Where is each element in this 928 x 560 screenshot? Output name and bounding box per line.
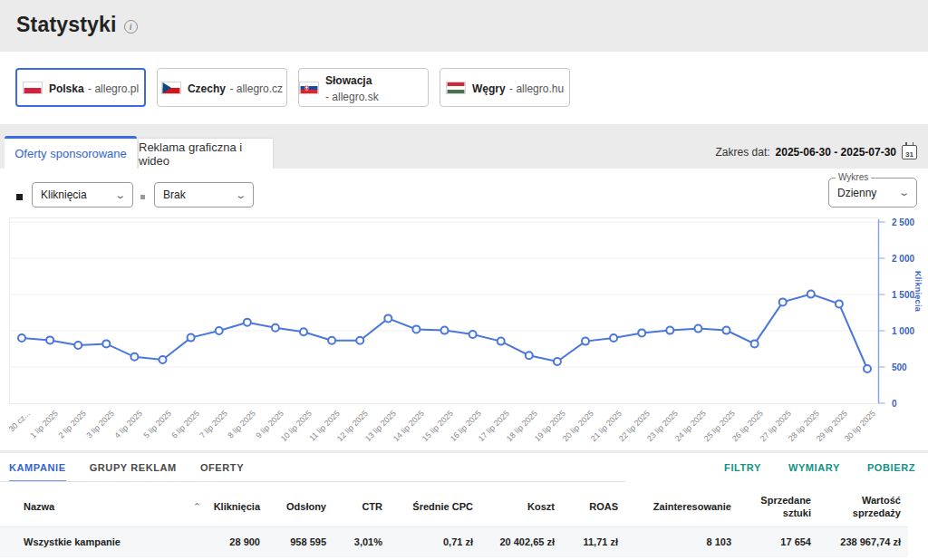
chevron-down-icon: ⌄ xyxy=(114,189,126,201)
table-cell: 958 595 xyxy=(260,536,326,549)
chart-panel: Kliknięcia ⌄ Brak ⌄ Wykres Dzienny ⌄ Kli… xyxy=(0,169,928,450)
y-tick-label: 0 xyxy=(892,399,897,409)
column-header-7[interactable]: ROAS xyxy=(555,501,618,514)
table-row[interactable]: Wszystkie kampanie28 900958 5953,01%0,71… xyxy=(0,526,908,557)
flag-hu-icon xyxy=(446,82,466,94)
date-range: Zakres dat: 2025-06-30 - 2025-07-30 31 xyxy=(716,136,917,169)
x-tick-label: 8 lip 2025 xyxy=(226,409,257,440)
metric1-swatch-icon xyxy=(16,194,23,200)
column-header-4[interactable]: CTR xyxy=(326,501,382,514)
flag-sk-icon xyxy=(299,82,319,94)
column-header-2[interactable]: Kliknięcia xyxy=(208,501,260,514)
flag-pl-icon xyxy=(23,82,43,94)
table-cell: 28 900 xyxy=(208,536,260,549)
page-title: Statystyki xyxy=(16,13,117,37)
table-cell: 11,71 zł xyxy=(555,536,618,549)
y-tick-label: 500 xyxy=(892,362,907,372)
flag-cz-icon xyxy=(161,82,181,94)
metric2-value: Brak xyxy=(163,188,186,201)
x-tick-label: 1 lip 2025 xyxy=(28,409,60,440)
bottom-tab-oferty[interactable]: OFERTY xyxy=(200,462,244,482)
page-header: Statystyki i xyxy=(16,13,138,37)
table-cell: 238 967,74 zł xyxy=(811,536,901,549)
x-tick-label: 30 cz... xyxy=(6,409,32,434)
country-domain: - allegro.sk xyxy=(325,91,379,103)
info-icon[interactable]: i xyxy=(124,20,138,34)
y-tick-label: 1 500 xyxy=(892,290,914,300)
table-header: Nazwa⌃KliknięciaOdsłonyCTRŚrednie CPCKos… xyxy=(0,491,908,524)
country-button-pl[interactable]: Polska - allegro.pl xyxy=(15,68,146,107)
x-tick-label: 2 lip 2025 xyxy=(57,409,89,440)
country-domain: - allegro.cz xyxy=(229,82,283,95)
bottom-tab-grupy-reklam[interactable]: GRUPY REKLAM xyxy=(90,462,177,482)
column-header-10[interactable]: Wartość sprzedaży xyxy=(811,495,901,520)
table-cell: 17 654 xyxy=(731,536,811,549)
x-tick-label: 5 lip 2025 xyxy=(141,409,173,440)
chevron-down-icon: ⌄ xyxy=(235,189,246,201)
date-range-label: Zakres dat: xyxy=(716,146,770,159)
tabs-divider xyxy=(0,481,625,482)
statistics-page: Statystyki i Polska - allegro.plCzechy -… xyxy=(0,0,928,560)
column-header-1[interactable]: Nazwa⌃ xyxy=(0,501,208,514)
chart-type-dropdown[interactable]: Wykres Dzienny ⌄ xyxy=(828,178,917,208)
y-tick-label: 2 500 xyxy=(892,217,914,227)
country-panel: Polska - allegro.plCzechy - allegro.czSł… xyxy=(0,52,928,124)
action-link-wymiary[interactable]: WYMIARY xyxy=(788,462,840,473)
column-header-8[interactable]: Zainteresowanie xyxy=(618,501,731,514)
metric1-value: Kliknięcia xyxy=(41,188,87,201)
y-axis-title: Kliknięcia xyxy=(914,271,923,312)
chart-type-value: Dzienny xyxy=(837,187,876,199)
metric2-dropdown[interactable]: Brak ⌄ xyxy=(154,182,254,208)
country-button-sk[interactable]: Słowacja - allegro.sk xyxy=(298,68,429,107)
results-tabs: KAMPANIEGRUPY REKLAMOFERTY xyxy=(9,462,244,482)
y-tick-label: 2 000 xyxy=(892,254,914,264)
calendar-icon[interactable]: 31 xyxy=(902,145,917,159)
table-cell: 3,01% xyxy=(326,536,382,549)
chevron-down-icon: ⌄ xyxy=(898,187,910,198)
table-cell: 0,71 zł xyxy=(382,536,473,549)
column-header-5[interactable]: Średnie CPC xyxy=(382,501,473,514)
results-actions: FILTRYWYMIARYPOBIERZ xyxy=(724,462,915,473)
country-selector: Polska - allegro.plCzechy - allegro.czSł… xyxy=(15,68,570,107)
x-tick-label: 4 lip 2025 xyxy=(113,409,145,440)
metric1-dropdown[interactable]: Kliknięcia ⌄ xyxy=(32,182,133,208)
x-tick-label: 6 lip 2025 xyxy=(169,409,201,440)
country-button-hu[interactable]: Węgry - allegro.hu xyxy=(440,68,570,107)
bottom-tab-kampanie[interactable]: KAMPANIE xyxy=(9,462,66,482)
column-header-6[interactable]: Koszt xyxy=(473,501,555,514)
table-cell: Wszystkie kampanie xyxy=(0,536,208,549)
tab-display-video[interactable]: Reklama graficzna i wideo xyxy=(139,139,273,169)
country-name: Węgry xyxy=(472,82,506,95)
sort-asc-icon[interactable]: ⌃ xyxy=(193,501,201,514)
country-button-cz[interactable]: Czechy - allegro.cz xyxy=(157,68,287,107)
metric2-swatch-icon xyxy=(140,195,145,199)
country-domain: - allegro.pl xyxy=(88,82,139,95)
action-link-filtry[interactable]: FILTRY xyxy=(724,462,761,473)
x-tick-label: 3 lip 2025 xyxy=(85,409,117,440)
country-name: Czechy xyxy=(188,82,226,95)
y-tick-label: 1 000 xyxy=(892,326,914,336)
results-panel: KAMPANIEGRUPY REKLAMOFERTY FILTRYWYMIARY… xyxy=(0,453,928,560)
report-tabbar: Oferty sponsorowane Reklama graficzna i … xyxy=(0,136,928,169)
action-link-pobierz[interactable]: POBIERZ xyxy=(867,462,915,473)
table-cell: 8 103 xyxy=(618,536,731,549)
column-header-9[interactable]: Sprzedane sztuki xyxy=(731,495,811,520)
country-name: Polska xyxy=(49,82,84,95)
table-cell: 20 402,65 zł xyxy=(473,536,555,549)
x-tick-label: 7 lip 2025 xyxy=(198,409,229,440)
tab-sponsored-offers[interactable]: Oferty sponsorowane xyxy=(5,136,137,169)
date-range-value: 2025-06-30 - 2025-07-30 xyxy=(776,146,896,159)
line-chart xyxy=(9,217,893,409)
line-chart-svg xyxy=(9,217,893,405)
column-header-3[interactable]: Odsłony xyxy=(260,501,326,514)
country-domain: - allegro.hu xyxy=(509,82,564,95)
country-name: Słowacja xyxy=(325,74,372,87)
